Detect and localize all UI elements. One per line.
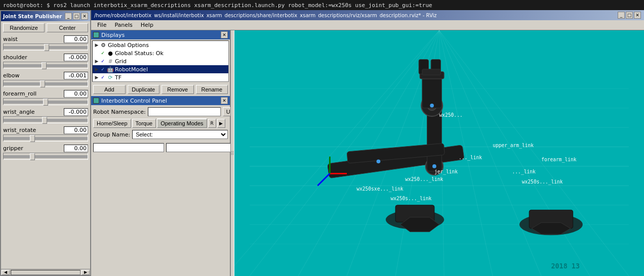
svg-point-43: [377, 159, 381, 163]
displays-title-group: Displays: [93, 32, 125, 38]
rviz-3d-viewport[interactable]: wx250... upper_arm_link ..._link jer_lin…: [234, 30, 644, 276]
joint-forearm-roll-value: 0.00: [64, 90, 88, 98]
tab-scroll-right[interactable]: R: [208, 119, 216, 128]
tree-item-robot-model[interactable]: ▶ ✓ 🤖 RobotModel: [93, 65, 228, 73]
interbotix-titlebar: Interbotix Control Panel ✕: [91, 96, 230, 105]
group-name-select[interactable]: Select:: [132, 130, 228, 139]
tree-item-grid[interactable]: ▶ ✓ # Grid: [93, 57, 228, 65]
displays-tree[interactable]: ▶ ⚙ Global Options ▶ ✓ ● Global Status: …: [92, 40, 229, 82]
tree-label-global-status: Global Status: Ok: [115, 50, 164, 57]
tree-item-global-options[interactable]: ▶ ⚙ Global Options: [93, 41, 228, 49]
tree-item-tf[interactable]: ▶ ✓ ⟳ TF: [93, 73, 228, 81]
joint-state-panel: Joint State Publisher _ □ ✕ Randomize Ce…: [0, 10, 91, 276]
displays-close-button[interactable]: ✕: [221, 31, 228, 38]
center-button[interactable]: Center: [47, 23, 88, 32]
displays-titlebar-btns: ✕: [221, 31, 228, 38]
joint-shoulder-label: shoulder: [3, 54, 27, 61]
joint-wrist-rotate-value: 0.00: [64, 126, 88, 134]
robot-namespace-input[interactable]: [148, 107, 221, 116]
joint-gripper: gripper 0.00: [3, 145, 88, 160]
rviz-minimize-button[interactable]: _: [618, 12, 625, 19]
tab-operating-modes[interactable]: Operating Modes: [157, 118, 207, 128]
jsp-maximize-button[interactable]: □: [73, 13, 80, 20]
arrow-global-options: ▶: [94, 42, 100, 48]
svg-text:wx250s..._link: wx250s..._link: [522, 179, 563, 185]
joint-forearm-roll-slider[interactable]: [3, 98, 88, 105]
joint-elbow: elbow -0.001: [3, 72, 88, 87]
interbotix-close-button[interactable]: ✕: [221, 97, 228, 104]
check-grid: ✓: [100, 58, 106, 64]
svg-text:wx250...: wx250...: [439, 112, 463, 118]
joint-waist-value: 0.00: [64, 35, 88, 43]
scrollbar-right-btn[interactable]: ▶: [82, 270, 90, 275]
remove-display-button[interactable]: Remove: [162, 85, 194, 94]
svg-text:..._link: ..._link: [512, 169, 536, 175]
arrow-grid: ▶: [94, 58, 100, 64]
interbotix-control-panel: Interbotix Control Panel ✕ Robot Namespa…: [91, 96, 230, 276]
interbotix-title-label: Interbotix Control Panel: [101, 98, 167, 104]
tab-home-sleep[interactable]: Home/Sleep: [93, 119, 131, 128]
icon-global-options: ⚙: [100, 41, 107, 49]
left-panels-column: Displays ✕ ▶ ⚙ Global Options: [91, 30, 230, 276]
rviz-title: /home/robot/interbotix_ws/install/interb…: [94, 13, 437, 18]
rviz-area: /home/robot/interbotix_ws/install/interb…: [91, 10, 644, 276]
rviz-close-button[interactable]: ✕: [634, 12, 641, 19]
rviz-menubar: File Panels Help: [91, 20, 644, 30]
add-display-button[interactable]: Add: [93, 85, 126, 94]
svg-text:upper_arm_link: upper_arm_link: [493, 143, 534, 149]
joint-waist: waist 0.00: [3, 35, 88, 51]
svg-text:2018 13: 2018 13: [551, 262, 580, 270]
joint-wrist-rotate: wrist_rotate 0.00: [3, 126, 88, 142]
displays-panel: Displays ✕ ▶ ⚙ Global Options: [91, 30, 230, 96]
menu-panels[interactable]: Panels: [110, 21, 136, 29]
svg-text:wx250s..._link: wx250s..._link: [390, 196, 431, 202]
check-tf: ✓: [100, 74, 106, 80]
robot-namespace-row: Robot Namespace: Update: [93, 107, 228, 116]
joint-gripper-value: 0.00: [64, 145, 88, 152]
arrow-tf: ▶: [94, 74, 100, 80]
jsp-minimize-button[interactable]: _: [65, 13, 72, 20]
jsp-title-buttons: _ □ ✕: [65, 13, 88, 20]
rviz-maximize-button[interactable]: □: [626, 12, 633, 19]
joint-elbow-slider[interactable]: [3, 80, 88, 87]
group-name-label: Group Name:: [93, 131, 130, 138]
svg-text:jer_link: jer_link: [434, 169, 458, 175]
menu-file[interactable]: File: [93, 21, 110, 29]
resize-handle[interactable]: ⠿: [230, 30, 234, 276]
tree-label-robot-model: RobotModel: [115, 66, 148, 73]
svg-text:forearm_link: forearm_link: [541, 157, 577, 163]
tab-arrow-right[interactable]: ▶: [217, 119, 225, 128]
tab-torque[interactable]: Torque: [132, 119, 156, 128]
joint-gripper-slider[interactable]: [3, 153, 88, 160]
icp-text-input-1[interactable]: [93, 143, 164, 152]
joint-shoulder-slider[interactable]: [3, 62, 88, 69]
joint-wrist-angle-slider[interactable]: [3, 116, 88, 123]
icon-grid: #: [107, 58, 114, 65]
displays-buttons-row: Add Duplicate Remove Rename: [91, 83, 230, 96]
joint-elbow-value: -0.001: [64, 72, 88, 79]
check-global-status: ✓: [100, 50, 106, 56]
displays-titlebar: Displays ✕: [91, 30, 230, 39]
icon-tf: ⟳: [107, 74, 114, 81]
duplicate-display-button[interactable]: Duplicate: [128, 85, 160, 94]
svg-point-41: [430, 104, 434, 108]
scrollbar-left-btn[interactable]: ◀: [2, 270, 10, 275]
rename-display-button[interactable]: Rename: [196, 85, 228, 94]
icp-text-input-2[interactable]: [166, 143, 237, 152]
robot-namespace-label: Robot Namespace:: [93, 109, 146, 115]
menu-help[interactable]: Help: [137, 21, 157, 29]
jsp-scrollbar-h[interactable]: ◀ ▶: [1, 269, 90, 275]
jsp-close-button[interactable]: ✕: [81, 13, 88, 20]
scrollbar-thumb[interactable]: [11, 270, 80, 275]
joint-wrist-rotate-slider[interactable]: [3, 134, 88, 142]
joint-wrist-angle-label: wrist_angle: [3, 109, 35, 115]
joint-waist-slider[interactable]: [3, 43, 88, 51]
randomize-button[interactable]: Randomize: [3, 23, 45, 32]
jsp-titlebar: Joint State Publisher _ □ ✕: [1, 11, 90, 21]
tree-label-global-options: Global Options: [108, 42, 149, 49]
svg-text:wx250sxe..._link: wx250sxe..._link: [356, 186, 404, 192]
joint-shoulder-value: -0.000: [64, 54, 88, 61]
displays-panel-icon: [93, 32, 99, 38]
tree-item-global-status[interactable]: ▶ ✓ ● Global Status: Ok: [93, 49, 228, 57]
interbotix-title-group: Interbotix Control Panel: [93, 98, 167, 104]
